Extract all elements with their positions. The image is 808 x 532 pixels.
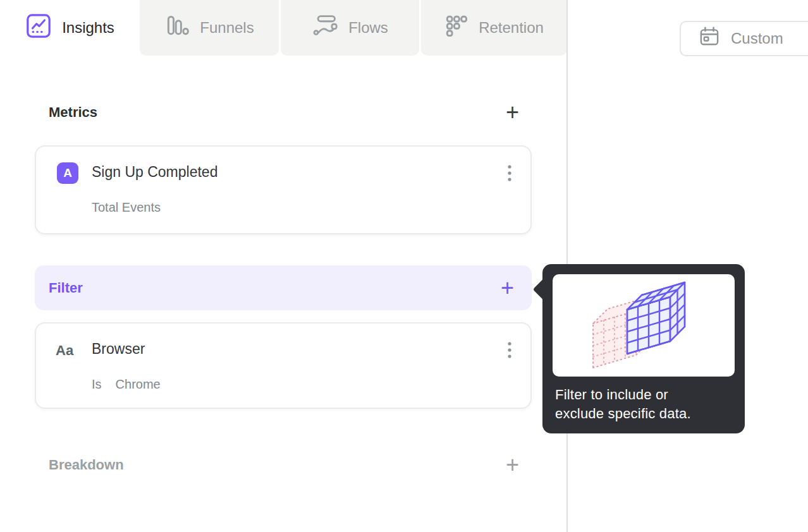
- filter-help-tooltip: Filter to include or exclude specific da…: [542, 264, 745, 433]
- filter-value: Chrome: [116, 377, 161, 392]
- calendar-icon: [698, 25, 721, 52]
- metric-aggregation: Total Events: [92, 200, 161, 215]
- funnels-bars-icon: [164, 13, 190, 42]
- add-breakdown-button[interactable]: +: [506, 457, 519, 473]
- tab-retention[interactable]: Retention: [421, 0, 567, 56]
- filter-cube-illustration: [553, 274, 735, 377]
- flows-wave-icon: [312, 13, 338, 42]
- kebab-menu-icon[interactable]: [506, 164, 513, 186]
- filter-card-browser[interactable]: Aa Browser Is Chrome: [35, 322, 532, 409]
- kebab-menu-icon[interactable]: [506, 341, 513, 363]
- insights-report-builder: Insights Funnels Flows: [0, 0, 808, 532]
- breakdown-section-header: Breakdown +: [35, 449, 532, 481]
- custom-date-range-label: Custom: [731, 30, 783, 47]
- insights-line-chart-icon: [25, 13, 52, 43]
- metric-card-sign-up-completed[interactable]: A Sign Up Completed Total Events: [35, 145, 532, 234]
- metrics-section-header: Metrics +: [35, 96, 532, 129]
- breakdown-heading: Breakdown: [49, 457, 124, 473]
- tab-insights[interactable]: Insights: [0, 0, 140, 56]
- tab-retention-label: Retention: [479, 19, 544, 37]
- custom-date-range-button[interactable]: Custom: [680, 21, 808, 56]
- filter-section-header: Filter +: [35, 265, 532, 310]
- tab-funnels[interactable]: Funnels: [140, 0, 279, 56]
- metric-event-name: Sign Up Completed: [92, 164, 217, 181]
- tooltip-message-line1: Filter to include or: [555, 385, 691, 404]
- filter-heading: Filter: [49, 280, 83, 296]
- tab-flows-label: Flows: [348, 19, 388, 37]
- add-metric-button[interactable]: +: [506, 104, 519, 121]
- tooltip-message: Filter to include or exclude specific da…: [555, 385, 691, 423]
- filter-condition: Is Chrome: [92, 377, 161, 392]
- filter-property-name: Browser: [92, 341, 145, 358]
- retention-dot-grid-icon: [444, 14, 468, 42]
- tab-funnels-label: Funnels: [200, 19, 254, 37]
- metrics-heading: Metrics: [49, 104, 97, 121]
- add-filter-button[interactable]: +: [501, 280, 514, 296]
- tab-insights-label: Insights: [62, 19, 114, 37]
- metric-badge: A: [57, 162, 78, 184]
- filter-operator: Is: [92, 377, 102, 392]
- string-property-type-icon: Aa: [56, 342, 73, 359]
- tab-flows[interactable]: Flows: [281, 0, 419, 56]
- tooltip-message-line2: exclude specific data.: [555, 404, 691, 423]
